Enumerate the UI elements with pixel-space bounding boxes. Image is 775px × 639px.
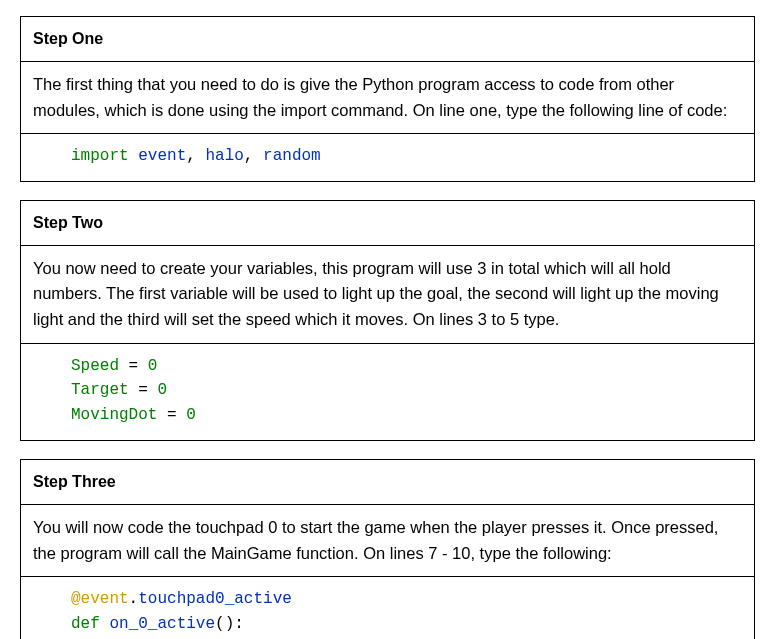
- num-zero: 0: [186, 406, 196, 424]
- comma: ,: [186, 147, 196, 165]
- dot: .: [129, 590, 139, 608]
- space: [196, 147, 206, 165]
- step-one-desc: The first thing that you need to do is g…: [20, 62, 755, 134]
- step-two: Step Two You now need to create your var…: [20, 200, 755, 441]
- step-three-title: Step Three: [33, 473, 116, 490]
- space: [253, 147, 263, 165]
- step-one-code: import event, halo, random: [20, 134, 755, 182]
- mod-event: event: [138, 147, 186, 165]
- eq: =: [157, 406, 186, 424]
- decorator-event: @event: [71, 590, 129, 608]
- step-two-desc: You now need to create your variables, t…: [20, 246, 755, 344]
- step-two-title-row: Step Two: [20, 200, 755, 246]
- num-zero: 0: [157, 381, 167, 399]
- step-three: Step Three You will now code the touchpa…: [20, 459, 755, 639]
- eq: =: [119, 357, 148, 375]
- step-two-title: Step Two: [33, 214, 103, 231]
- step-three-title-row: Step Three: [20, 459, 755, 505]
- fn-on-0-active: on_0_active: [109, 615, 215, 633]
- mod-halo: halo: [205, 147, 243, 165]
- mod-random: random: [263, 147, 321, 165]
- step-one: Step One The first thing that you need t…: [20, 16, 755, 182]
- attr-touchpad0-active: touchpad0_active: [138, 590, 292, 608]
- step-one-title-row: Step One: [20, 16, 755, 62]
- kw-import: import: [71, 147, 129, 165]
- space: [129, 147, 139, 165]
- step-two-code: Speed = 0 Target = 0 MovingDot = 0: [20, 344, 755, 441]
- var-target: Target: [71, 381, 129, 399]
- var-speed: Speed: [71, 357, 119, 375]
- var-movingdot: MovingDot: [71, 406, 157, 424]
- tutorial-page: Step One The first thing that you need t…: [0, 0, 775, 639]
- space: [100, 615, 110, 633]
- step-one-title: Step One: [33, 30, 103, 47]
- num-zero: 0: [148, 357, 158, 375]
- eq: =: [129, 381, 158, 399]
- parens-colon: ():: [215, 615, 244, 633]
- kw-def: def: [71, 615, 100, 633]
- step-three-code: @event.touchpad0_active def on_0_active(…: [20, 577, 755, 639]
- step-three-desc: You will now code the touchpad 0 to star…: [20, 505, 755, 577]
